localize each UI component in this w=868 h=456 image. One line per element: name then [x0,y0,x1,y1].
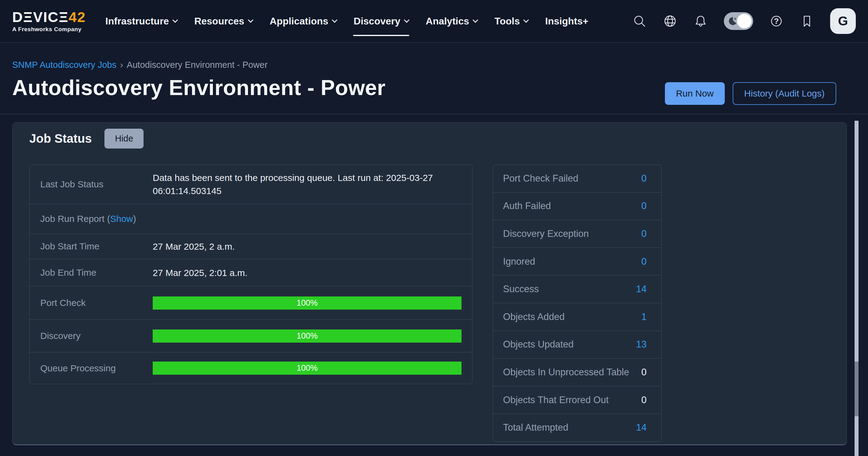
menu-item-applications[interactable]: Applications [270,16,337,27]
device42-logo[interactable]: DΞVICΞ42 A Freshworks Company [12,9,86,33]
table-row: Port Check Failed0 [493,165,661,193]
table-row: Objects In Unprocessed Table0 [493,359,661,386]
table-row: Discovery Exception0 [493,220,661,248]
table-row: Success14 [493,275,661,303]
job-details-table: Last Job Status Data has been sent to th… [29,165,472,384]
history-audit-logs-button[interactable]: History (Audit Logs) [733,82,836,105]
progress-bar-queue-processing: 100% [153,362,462,375]
top-navbar: DΞVICΞ42 A Freshworks Company Infrastruc… [0,0,868,43]
menu-item-infrastructure[interactable]: Infrastructure [105,16,177,27]
avatar[interactable]: G [830,8,856,34]
job-start-time-value: 27 Mar 2025, 2 a.m. [153,240,462,253]
table-row: Objects Updated13 [493,331,661,359]
chevron-down-icon [523,17,529,23]
job-status-card: Job Status Hide Last Job Status Data has… [12,122,847,445]
progress-bar-discovery: 100% [153,330,462,343]
logo-text: DΞVICΞ42 [12,9,86,25]
progress-bar-port-check: 100% [153,296,462,310]
breadcrumb: SNMP Autodiscovery Jobs › Autodiscovery … [12,60,856,70]
row-label: Port Check [40,298,153,308]
counter-value-link[interactable]: 0 [641,256,647,267]
main-menu: Infrastructure Resources Applications Di… [105,16,588,27]
breadcrumb-link-snmp-jobs[interactable]: SNMP Autodiscovery Jobs [12,60,116,70]
counter-value-link[interactable]: 0 [641,200,647,211]
globe-icon[interactable] [663,14,677,28]
table-row: Objects Added1 [493,303,661,331]
scrollbar-track[interactable] [855,121,859,456]
counter-value-link[interactable]: 14 [636,422,647,433]
progress-percent: 100% [297,362,318,375]
scrollbar-thumb[interactable] [855,362,859,416]
run-now-button[interactable]: Run Now [665,82,724,105]
bell-icon[interactable] [693,14,708,28]
chevron-down-icon [332,17,337,23]
row-label: Job Start Time [40,241,153,252]
show-report-link[interactable]: Show [110,213,133,224]
theme-toggle[interactable] [724,12,753,30]
table-row-discovery-progress: Discovery 100% [30,320,472,352]
menu-item-resources[interactable]: Resources [194,16,253,27]
counter-value: 0 [641,395,647,405]
counter-value-link[interactable]: 14 [636,284,647,295]
counter-value: 0 [641,367,647,378]
last-job-status-value: Data has been sent to the processing que… [153,171,462,197]
table-row: Total Attempted14 [493,414,661,441]
logo-accent-part: 42 [69,9,86,25]
chevron-down-icon [172,17,178,23]
chevron-down-icon [248,17,253,23]
table-row-port-check-progress: Port Check 100% [30,286,472,320]
bookmark-icon[interactable] [800,14,814,28]
table-row-job-end-time: Job End Time 27 Mar 2025, 2:01 a.m. [30,259,472,286]
search-icon[interactable] [632,14,647,28]
job-status-title: Job Status [29,132,92,145]
row-label: Job Run Report (Show) [40,213,462,224]
page-header: SNMP Autodiscovery Jobs › Autodiscovery … [0,44,868,114]
progress-percent: 100% [297,296,318,310]
device42-app: DΞVICΞ42 A Freshworks Company Infrastruc… [0,0,868,456]
breadcrumb-current: Autodiscovery Environment - Power [127,60,268,70]
menu-item-analytics[interactable]: Analytics [426,16,477,27]
header-actions: Run Now History (Audit Logs) [665,82,836,105]
table-row: Objects That Errored Out0 [493,386,661,414]
breadcrumb-separator: › [120,60,123,70]
header-divider [0,114,868,114]
counter-value-link[interactable]: 13 [636,339,647,350]
menu-item-discovery[interactable]: Discovery [354,16,409,27]
navbar-actions: ? G [632,8,856,34]
counter-value-link[interactable]: 0 [641,228,647,239]
table-row-last-job-status: Last Job Status Data has been sent to th… [30,165,472,204]
menu-item-insights[interactable]: Insights+ [545,16,588,27]
hide-button[interactable]: Hide [104,129,144,148]
moon-icon [726,15,739,27]
table-row-job-start-time: Job Start Time 27 Mar 2025, 2 a.m. [30,234,472,259]
job-status-header: Job Status Hide [29,129,144,148]
progress-percent: 100% [297,330,318,343]
table-row: Ignored0 [493,248,661,276]
chevron-down-icon [472,17,478,23]
svg-text:?: ? [774,17,779,26]
row-label: Job End Time [40,267,153,278]
help-icon[interactable]: ? [769,14,784,28]
logo-tagline: A Freshworks Company [12,26,86,33]
counter-value-link[interactable]: 0 [641,173,647,184]
job-counters-table: Port Check Failed0 Auth Failed0 Discover… [493,165,661,441]
row-label: Last Job Status [40,179,153,190]
toggle-knob [737,14,752,28]
logo-white-part: DΞVICΞ [12,9,69,25]
row-label: Discovery [40,331,153,341]
menu-item-tools[interactable]: Tools [494,16,528,27]
table-row-job-run-report: Job Run Report (Show) [30,204,472,234]
table-row: Auth Failed0 [493,193,661,220]
row-label: Queue Processing [40,363,153,373]
counter-value-link[interactable]: 1 [641,311,647,322]
table-row-queue-processing-progress: Queue Processing 100% [30,352,472,384]
chevron-down-icon [404,17,409,23]
job-end-time-value: 27 Mar 2025, 2:01 a.m. [153,266,462,279]
